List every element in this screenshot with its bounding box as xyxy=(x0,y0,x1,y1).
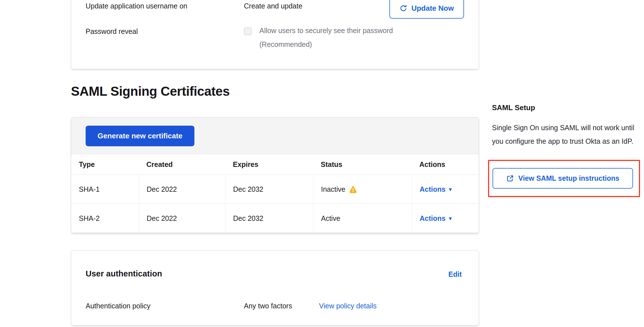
column-header-actions: Actions xyxy=(412,154,479,175)
actions-label: Actions xyxy=(420,214,446,223)
chevron-down-icon: ▾ xyxy=(449,215,452,222)
authentication-policy-value: Any two factors xyxy=(244,302,292,310)
actions-label: Actions xyxy=(420,185,446,193)
column-header-type: Type xyxy=(71,154,139,175)
password-reveal-checkbox[interactable] xyxy=(244,27,252,35)
password-reveal-checkbox-label: Allow users to securely see their passwo… xyxy=(259,24,423,51)
page-title: SAML Signing Certificates xyxy=(71,84,230,99)
status-text: Active xyxy=(321,214,340,223)
cert-expires: Dec 2032 xyxy=(225,204,313,233)
cert-type: SHA-2 xyxy=(71,204,139,233)
column-header-created: Created xyxy=(139,154,225,175)
password-reveal-label: Password reveal xyxy=(86,27,138,36)
certificates-toolbar: Generate new certificate xyxy=(71,117,479,154)
refresh-icon xyxy=(400,5,407,12)
cert-actions-cell: Actions ▾ xyxy=(412,204,479,233)
edit-link[interactable]: Edit xyxy=(448,270,462,278)
table-row: SHA-1 Dec 2022 Dec 2032 Inactive Actions… xyxy=(71,175,479,204)
table-row: SHA-2 Dec 2022 Dec 2032 Active Actions ▾ xyxy=(71,204,479,233)
saml-setup-title: SAML Setup xyxy=(492,103,535,112)
status-text: Inactive xyxy=(321,185,345,193)
certificates-table: Type Created Expires Status Actions SHA-… xyxy=(71,154,479,233)
cert-status-cell: Inactive xyxy=(313,175,412,204)
view-saml-setup-instructions-button[interactable]: View SAML setup instructions xyxy=(493,168,633,189)
generate-certificate-button[interactable]: Generate new certificate xyxy=(86,126,194,146)
saml-setup-description: Single Sign On using SAML will not work … xyxy=(492,121,640,148)
update-now-label: Update Now xyxy=(411,4,454,13)
user-authentication-card: User authentication Edit Authentication … xyxy=(71,250,479,326)
actions-dropdown[interactable]: Actions ▾ xyxy=(420,185,452,193)
username-update-value: Create and update xyxy=(244,2,302,10)
certificates-panel: Generate new certificate Type Created Ex… xyxy=(71,117,479,233)
column-header-status: Status xyxy=(313,154,412,175)
cert-type: SHA-1 xyxy=(71,175,139,204)
authentication-policy-label: Authentication policy xyxy=(86,302,150,310)
column-header-expires: Expires xyxy=(225,154,313,175)
cert-status-cell: Active xyxy=(313,204,412,233)
cert-created: Dec 2022 xyxy=(139,175,225,204)
view-policy-details-link[interactable]: View policy details xyxy=(319,302,377,310)
actions-dropdown[interactable]: Actions ▾ xyxy=(420,214,452,223)
username-update-label: Update application username on xyxy=(86,2,187,10)
card-title: User authentication xyxy=(86,269,162,278)
table-header-row: Type Created Expires Status Actions xyxy=(71,154,479,175)
cert-actions-cell: Actions ▾ xyxy=(412,175,479,204)
cert-created: Dec 2022 xyxy=(139,204,225,233)
view-saml-setup-label: View SAML setup instructions xyxy=(518,174,619,182)
warning-icon xyxy=(349,185,357,193)
chevron-down-icon: ▾ xyxy=(449,186,452,193)
external-link-icon xyxy=(506,175,514,182)
sign-on-settings-card: Update application username on Create an… xyxy=(71,0,479,69)
cert-expires: Dec 2032 xyxy=(225,175,313,204)
update-now-button[interactable]: Update Now xyxy=(389,0,464,19)
